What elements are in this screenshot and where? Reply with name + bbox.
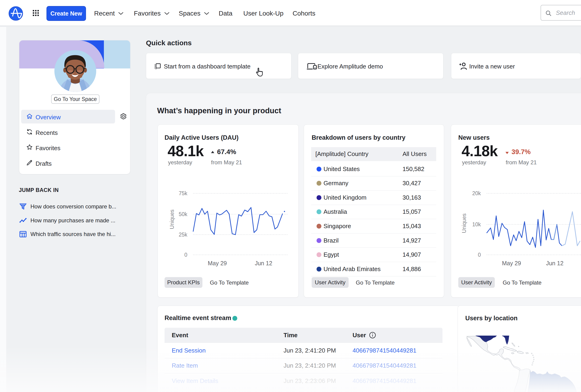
- svg-text:Jun 12: Jun 12: [546, 260, 563, 266]
- svg-text:Uniques: Uniques: [169, 209, 175, 229]
- svg-text:25k: 25k: [179, 232, 188, 238]
- svg-text:Jun 12: Jun 12: [255, 260, 272, 266]
- svg-text:10k: 10k: [472, 221, 481, 227]
- svg-text:0: 0: [184, 252, 187, 258]
- svg-text:50k: 50k: [179, 211, 188, 217]
- svg-text:20k: 20k: [472, 190, 481, 196]
- svg-text:75k: 75k: [179, 190, 188, 196]
- svg-text:May 29: May 29: [502, 260, 521, 266]
- svg-text:Uniques: Uniques: [461, 213, 467, 233]
- svg-text:0: 0: [478, 252, 481, 258]
- svg-text:May 29: May 29: [208, 260, 227, 266]
